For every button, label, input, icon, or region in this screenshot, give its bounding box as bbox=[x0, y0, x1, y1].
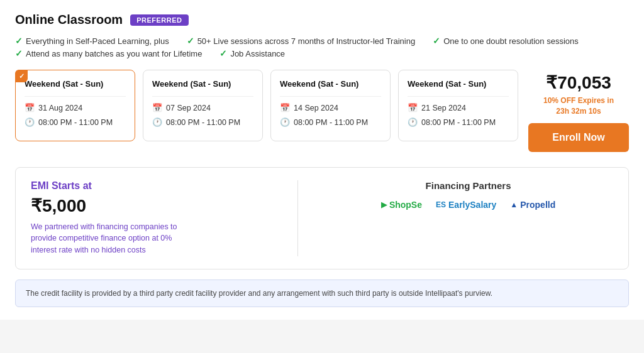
price-amount: ₹70,053 bbox=[546, 72, 611, 93]
main-content: Weekend (Sat - Sun) 📅 31 Aug 2024 🕐 08:0… bbox=[15, 70, 629, 152]
batch-date-2: 📅 14 Sep 2024 bbox=[280, 103, 381, 112]
batch-type-1: Weekend (Sat - Sun) bbox=[152, 79, 253, 89]
batch-time-1: 🕐 08:00 PM - 11:00 PM bbox=[152, 117, 253, 127]
feature-item-5: ✓ Job Assistance bbox=[219, 48, 285, 58]
feature-text-1: Everything in Self-Paced Learning, plus bbox=[26, 36, 169, 46]
batch-time-0: 🕐 08:00 PM - 11:00 PM bbox=[25, 117, 126, 127]
batch-card-0[interactable]: Weekend (Sat - Sun) 📅 31 Aug 2024 🕐 08:0… bbox=[15, 70, 135, 141]
feature-item-3: ✓ One to one doubt resolution sessions bbox=[433, 36, 579, 46]
batch-cards: Weekend (Sat - Sun) 📅 31 Aug 2024 🕐 08:0… bbox=[15, 70, 518, 141]
check-icon-2: ✓ bbox=[187, 36, 194, 46]
clock-icon-2: 🕐 bbox=[280, 117, 290, 127]
partners-row: ▶ ShopSeES EarlySalary▲ Propelld bbox=[381, 200, 555, 210]
clock-icon-3: 🕐 bbox=[408, 117, 418, 127]
check-icon-3: ✓ bbox=[433, 36, 440, 46]
emi-right: Financing Partners ▶ ShopSeES EarlySalar… bbox=[323, 180, 613, 210]
batch-date-1: 📅 07 Sep 2024 bbox=[152, 103, 253, 112]
calendar-icon-3: 📅 bbox=[408, 103, 418, 112]
enroll-button[interactable]: Enroll Now bbox=[528, 123, 629, 152]
check-icon-5: ✓ bbox=[219, 48, 227, 58]
feature-text-4: Attend as many batches as you want for L… bbox=[26, 49, 202, 58]
batch-time-2: 🕐 08:00 PM - 11:00 PM bbox=[280, 117, 381, 127]
section-title: Online Classroom bbox=[15, 13, 123, 27]
features-row-1: ✓ Everything in Self-Paced Learning, plu… bbox=[15, 36, 629, 46]
price-enroll: ₹70,053 10% OFF Expires in 23h 32m 10s E… bbox=[528, 70, 629, 152]
batch-card-2[interactable]: Weekend (Sat - Sun) 📅 14 Sep 2024 🕐 08:0… bbox=[270, 70, 391, 141]
page-wrapper: Online Classroom PREFERRED ✓ Everything … bbox=[0, 0, 644, 320]
partner-logo-propelld: ▲ Propelld bbox=[510, 200, 555, 210]
features-row-2: ✓ Attend as many batches as you want for… bbox=[15, 48, 629, 58]
batch-date-0: 📅 31 Aug 2024 bbox=[25, 103, 126, 112]
batch-type-0: Weekend (Sat - Sun) bbox=[25, 79, 126, 89]
batch-type-3: Weekend (Sat - Sun) bbox=[408, 79, 509, 89]
batch-type-2: Weekend (Sat - Sun) bbox=[280, 79, 381, 89]
emi-amount: ₹5,000 bbox=[31, 195, 272, 216]
disclaimer: The credit facility is provided by a thi… bbox=[15, 280, 629, 307]
calendar-icon-2: 📅 bbox=[280, 103, 290, 112]
calendar-icon-1: 📅 bbox=[152, 103, 162, 112]
emi-section: EMI Starts at ₹5,000 We partnered with f… bbox=[15, 167, 629, 269]
clock-icon-0: 🕐 bbox=[25, 117, 35, 127]
emi-title: EMI Starts at bbox=[31, 180, 272, 192]
batch-date-3: 📅 21 Sep 2024 bbox=[408, 103, 509, 112]
clock-icon-1: 🕐 bbox=[152, 117, 162, 127]
calendar-icon-0: 📅 bbox=[25, 103, 35, 112]
partner-logo-shopse: ▶ ShopSe bbox=[381, 200, 422, 210]
discount-text: 10% OFF Expires in 23h 32m 10s bbox=[543, 95, 614, 117]
feature-text-5: Job Assistance bbox=[230, 49, 285, 58]
header-row: Online Classroom PREFERRED bbox=[15, 13, 629, 27]
emi-description: We partnered with financing companies to… bbox=[31, 221, 194, 256]
feature-text-2: 50+ Live sessions across 7 months of Ins… bbox=[197, 36, 415, 46]
batch-time-3: 🕐 08:00 PM - 11:00 PM bbox=[408, 117, 509, 127]
financing-title: Financing Partners bbox=[426, 180, 511, 191]
emi-left: EMI Starts at ₹5,000 We partnered with f… bbox=[31, 180, 298, 256]
check-icon-4: ✓ bbox=[15, 48, 23, 58]
check-icon-1: ✓ bbox=[15, 36, 23, 46]
batch-card-3[interactable]: Weekend (Sat - Sun) 📅 21 Sep 2024 🕐 08:0… bbox=[398, 70, 518, 141]
feature-item-1: ✓ Everything in Self-Paced Learning, plu… bbox=[15, 36, 169, 46]
feature-text-3: One to one doubt resolution sessions bbox=[443, 36, 579, 46]
feature-item-4: ✓ Attend as many batches as you want for… bbox=[15, 48, 202, 58]
partner-logo-earlysalary: ES EarlySalary bbox=[436, 200, 496, 210]
preferred-badge: PREFERRED bbox=[130, 14, 188, 26]
batch-card-1[interactable]: Weekend (Sat - Sun) 📅 07 Sep 2024 🕐 08:0… bbox=[143, 70, 263, 141]
feature-item-2: ✓ 50+ Live sessions across 7 months of I… bbox=[187, 36, 415, 46]
features-list: ✓ Everything in Self-Paced Learning, plu… bbox=[15, 36, 629, 58]
